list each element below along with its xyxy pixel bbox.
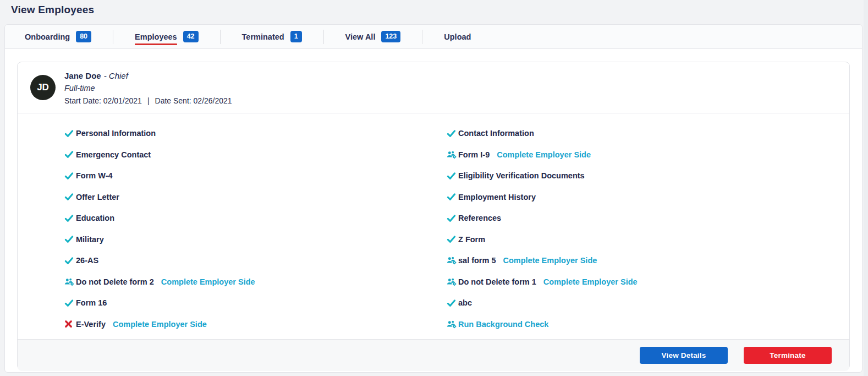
- checklist-item-label: Form I-9: [458, 150, 490, 159]
- employee-name-row: Jane Doe- Chief: [64, 70, 232, 80]
- tab-onboarding[interactable]: Onboarding80: [25, 25, 113, 48]
- checklist-item: 26-AS: [64, 254, 447, 266]
- avatar: JD: [30, 75, 56, 100]
- checklist-item-label: Employment History: [458, 193, 536, 201]
- tab-label: Employees: [135, 32, 177, 41]
- checklist-item: abc: [447, 297, 849, 309]
- users-gear-icon: [64, 277, 76, 286]
- complete-employer-side-link[interactable]: Complete Employer Side: [543, 277, 638, 286]
- checklist-item: Personal Information: [64, 127, 447, 139]
- checklist-item-label: Z Form: [458, 235, 485, 244]
- check-icon: [64, 256, 76, 265]
- check-icon: [64, 214, 76, 223]
- checklist-item-label: Education: [76, 214, 114, 222]
- checklist-item-label: Form W-4: [76, 171, 113, 180]
- checklist-item-label: Personal Information: [76, 129, 156, 138]
- tab-label: Onboarding: [25, 32, 70, 41]
- tab-label: Terminated: [242, 32, 284, 41]
- checklist-item-label: Form 16: [76, 298, 107, 307]
- check-icon: [447, 192, 458, 201]
- check-icon: [447, 214, 458, 223]
- checklist-item: Emergency Contact: [64, 149, 447, 161]
- employee-dates: Start Date: 02/01/2021 | Date Sent: 02/2…: [64, 96, 232, 105]
- checklist-column-right: Contact Information Form I-9Complete Emp…: [447, 127, 849, 339]
- check-icon: [64, 235, 76, 244]
- checklist-item: Z Form: [447, 233, 849, 246]
- onboarding-checklist: Personal InformationEmergency ContactFor…: [18, 113, 849, 339]
- employee-name: Jane Doe: [64, 71, 101, 80]
- checklist-item-label: Military: [76, 235, 104, 244]
- tab-view-all[interactable]: View All123: [324, 25, 422, 48]
- date-sent: Date Sent: 02/26/2021: [155, 96, 232, 105]
- checklist-item-label: 26-AS: [76, 256, 98, 265]
- complete-employer-side-link[interactable]: Complete Employer Side: [113, 320, 207, 329]
- tab-label: Upload: [444, 32, 471, 41]
- employee-card: JD Jane Doe- Chief Full-time Start Date:…: [17, 62, 850, 370]
- users-gear-icon: [447, 320, 458, 329]
- scrollbar[interactable]: [864, 0, 868, 376]
- checklist-item: Do not Delete form 1Complete Employer Si…: [447, 276, 849, 288]
- checklist-item-label: abc: [458, 298, 472, 307]
- complete-employer-side-link[interactable]: Complete Employer Side: [497, 150, 591, 159]
- checklist-item-label: Do not Delete form 1: [458, 277, 536, 286]
- checklist-item-label: Contact Information: [458, 129, 534, 138]
- employee-role: - Chief: [104, 71, 128, 80]
- check-icon: [64, 171, 76, 181]
- checklist-item-label: References: [458, 214, 501, 222]
- check-icon: [64, 298, 76, 308]
- users-gear-icon: [447, 150, 458, 159]
- check-icon: [64, 129, 76, 138]
- checklist-item-label: sal form 5: [458, 256, 496, 265]
- checklist-item-label: E-Verify: [76, 320, 106, 329]
- start-date: Start Date: 02/01/2021: [64, 96, 142, 105]
- checklist-item: Offer Letter: [64, 191, 447, 203]
- tab-count-badge: 80: [76, 31, 91, 42]
- users-gear-icon: [447, 256, 458, 265]
- tab-label: View All: [345, 32, 376, 41]
- complete-employer-side-link[interactable]: Complete Employer Side: [161, 277, 255, 286]
- checklist-item: Form 16: [64, 297, 447, 309]
- tab-employees[interactable]: Employees42: [113, 25, 219, 48]
- tab-upload[interactable]: Upload: [422, 25, 492, 48]
- employees-panel: Onboarding80Employees42Terminated1View A…: [4, 24, 862, 373]
- checklist-item: Run Background Check: [447, 318, 849, 330]
- checklist-item: E-VerifyComplete Employer Side: [64, 318, 447, 330]
- checklist-item-label: Do not Delete form 2: [76, 277, 154, 286]
- check-icon: [447, 129, 458, 138]
- tab-count-badge: 1: [290, 31, 302, 42]
- checklist-action-link[interactable]: Run Background Check: [458, 320, 548, 329]
- checklist-item-label: Offer Letter: [76, 193, 119, 201]
- view-details-button[interactable]: View Details: [640, 347, 728, 364]
- checklist-item: Do not Delete form 2Complete Employer Si…: [64, 276, 447, 288]
- page-title: View Employees: [11, 4, 94, 16]
- tab-count-badge: 123: [381, 31, 400, 42]
- check-icon: [64, 192, 76, 201]
- complete-employer-side-link[interactable]: Complete Employer Side: [503, 256, 597, 265]
- checklist-item: Military: [64, 233, 447, 246]
- tab-terminated[interactable]: Terminated1: [221, 25, 323, 48]
- tab-count-badge: 42: [183, 31, 199, 42]
- checklist-item: Form W-4: [64, 170, 447, 182]
- checklist-item: Contact Information: [447, 127, 849, 139]
- checklist-item: References: [447, 212, 849, 224]
- checklist-item: Form I-9Complete Employer Side: [447, 149, 849, 161]
- x-icon: [64, 320, 76, 328]
- checklist-item-label: Eligibility Verification Documents: [458, 171, 585, 180]
- checklist-item: Eligibility Verification Documents: [447, 170, 849, 182]
- checklist-item-label: Emergency Contact: [76, 150, 151, 159]
- check-icon: [447, 235, 458, 244]
- employee-card-header: JD Jane Doe- Chief Full-time Start Date:…: [18, 62, 849, 113]
- date-separator: |: [147, 96, 150, 105]
- employment-type: Full-time: [64, 84, 232, 92]
- checklist-item: Employment History: [447, 191, 849, 203]
- checklist-column-left: Personal InformationEmergency ContactFor…: [64, 127, 447, 339]
- checklist-item: Education: [64, 212, 447, 224]
- check-icon: [447, 171, 458, 181]
- checklist-item: sal form 5Complete Employer Side: [447, 254, 849, 266]
- employee-card-footer: View Details Terminate: [18, 339, 849, 371]
- users-gear-icon: [447, 277, 458, 286]
- tab-bar: Onboarding80Employees42Terminated1View A…: [5, 25, 862, 49]
- terminate-button[interactable]: Terminate: [744, 347, 832, 364]
- employee-summary: Jane Doe- Chief Full-time Start Date: 02…: [64, 70, 232, 105]
- check-icon: [64, 150, 76, 159]
